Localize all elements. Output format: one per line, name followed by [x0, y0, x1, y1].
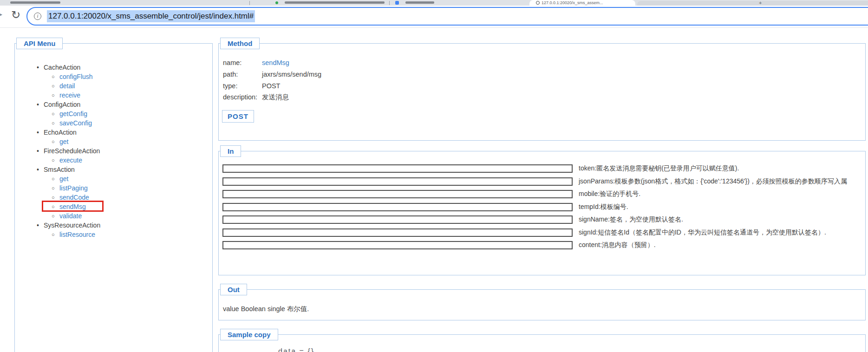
menu-group-SmsAction: •SmsAction [15, 165, 210, 174]
active-tab-title: 127.0.0.1:20020/x_sms_assem... [542, 0, 625, 5]
menu-item-saveConfig[interactable]: saveConfig [59, 119, 92, 127]
menu-group-label: SysResourceAction [44, 222, 100, 229]
menu-group-ConfigAction: •ConfigAction [15, 100, 210, 109]
in-param-row: token:匿名发送消息需要秘钥(已登录用户可以赋任意值). [222, 164, 739, 173]
blue-favicon-icon [395, 1, 399, 5]
in-param-label: signName:签名，为空使用默认签名. [579, 215, 683, 224]
menu-item-configFlush[interactable]: configFlush [59, 73, 93, 80]
menu-group-SysResourceAction: •SysResourceAction [15, 221, 210, 230]
token-input[interactable] [222, 164, 573, 173]
tab-title-fragment[interactable] [10, 1, 60, 4]
bullet-disc-icon: • [37, 147, 44, 155]
menu-item-get[interactable]: get [59, 175, 68, 183]
menu-item-row: ○sendMsg [15, 202, 210, 211]
signName-input[interactable] [222, 215, 573, 224]
tab-strip: 127.0.0.1:20020/x_sms_assem... + [0, 0, 868, 6]
menu-item-listResource[interactable]: listResource [59, 231, 95, 238]
in-param-label: jsonParams:模板参数(json格式，格式如：{'code':'1234… [579, 177, 847, 186]
bullet-circle-icon: ○ [52, 92, 59, 98]
bullet-disc-icon: • [37, 129, 44, 136]
method-row: name:sendMsg [223, 57, 321, 69]
bullet-circle-icon: ○ [52, 195, 59, 200]
bullet-circle-icon: ○ [52, 204, 59, 209]
method-row-label: description: [223, 93, 262, 101]
menu-item-execute[interactable]: execute [59, 156, 82, 164]
menu-item-row: ○configFlush [15, 72, 210, 81]
tempId-input[interactable] [222, 203, 573, 211]
new-tab-icon[interactable]: + [759, 0, 762, 6]
bullet-circle-icon: ○ [52, 176, 59, 182]
menu-item-row: ○listResource [15, 230, 210, 239]
method-row-value: jaxrs/sms/send/msg [262, 71, 321, 78]
out-panel: Out value Boolean single 布尔值. [218, 289, 866, 320]
bullet-circle-icon: ○ [52, 157, 59, 163]
mobile-input[interactable] [222, 190, 573, 198]
in-param-row: tempId:模板编号. [222, 203, 628, 211]
bullet-circle-icon: ○ [52, 213, 59, 219]
bullet-circle-icon: ○ [52, 185, 59, 191]
method-row-value: 发送消息 [262, 93, 289, 102]
forward-chevron-icon[interactable]: ▸ [0, 7, 2, 20]
reload-icon[interactable]: ↻ [11, 8, 20, 21]
in-param-row: signName:签名，为空使用默认签名. [222, 215, 683, 224]
signId-input[interactable] [222, 228, 573, 237]
menu-item-validate[interactable]: validate [59, 212, 82, 220]
menu-item-sendCode[interactable]: sendCode [59, 194, 89, 201]
tab-title-fragment[interactable] [405, 1, 434, 4]
menu-group-label: ConfigAction [44, 101, 80, 108]
menu-group-label: FireScheduleAction [44, 147, 100, 155]
api-menu-panel: API Menu •CacheAction○configFlush○detail… [14, 43, 213, 352]
globe-icon [536, 1, 540, 5]
menu-item-row: ○detail [15, 81, 210, 91]
page-info-icon[interactable]: i [34, 13, 41, 20]
in-param-row: jsonParams:模板参数(json格式，格式如：{'code':'1234… [222, 177, 847, 186]
jsonParams-input[interactable] [222, 177, 573, 186]
api-menu-list: •CacheAction○configFlush○detail○receive•… [15, 63, 210, 239]
method-row: type:POST [223, 80, 321, 91]
in-param-label: content:消息内容（预留）. [579, 241, 656, 249]
out-legend: Out [220, 284, 247, 295]
menu-item-row: ○getConfig [15, 109, 210, 118]
menu-group-label: CacheAction [44, 64, 80, 71]
method-row-label: path: [223, 71, 262, 78]
content-input[interactable] [222, 241, 573, 249]
menu-item-row: ○sendCode [15, 193, 210, 202]
menu-group-label: SmsAction [44, 166, 75, 173]
url-text[interactable]: 127.0.0.1:20020/x_sms_assemble_control/j… [47, 10, 255, 22]
menu-item-row: ○execute [15, 156, 210, 165]
menu-item-detail[interactable]: detail [59, 82, 75, 90]
bullet-circle-icon: ○ [52, 111, 59, 117]
active-tab[interactable]: 127.0.0.1:20020/x_sms_assem... [529, 0, 635, 6]
menu-item-get[interactable]: get [59, 138, 68, 145]
green-favicon-icon [275, 1, 278, 4]
tab-title-fragment[interactable] [285, 1, 385, 4]
method-row: path:jaxrs/sms/send/msg [223, 69, 321, 80]
tab-separator [249, 1, 250, 5]
menu-group-label: EchoAction [44, 129, 77, 136]
menu-item-receive[interactable]: receive [59, 91, 80, 99]
menu-item-row: ○listPaging [15, 183, 210, 193]
in-param-label: mobile:验证的手机号. [579, 190, 640, 198]
post-submit-button[interactable]: POST [222, 110, 254, 123]
bullet-disc-icon: • [37, 166, 44, 173]
in-legend: In [220, 145, 241, 157]
in-param-label: tempId:模板编号. [579, 203, 628, 211]
method-row-value[interactable]: sendMsg [262, 59, 289, 66]
menu-item-getConfig[interactable]: getConfig [59, 110, 87, 117]
in-param-label: token:匿名发送消息需要秘钥(已登录用户可以赋任意值). [579, 164, 739, 173]
method-row-value: POST [262, 82, 280, 90]
bullet-circle-icon: ○ [52, 74, 59, 79]
menu-item-listPaging[interactable]: listPaging [59, 184, 88, 192]
menu-group-CacheAction: •CacheAction [15, 63, 210, 72]
inactive-tab[interactable] [637, 1, 868, 6]
in-param-row: mobile:验证的手机号. [222, 190, 640, 198]
bullet-disc-icon: • [37, 222, 44, 229]
address-bar[interactable]: i 127.0.0.1:20020/x_sms_assemble_control… [26, 7, 868, 26]
menu-item-sendMsg[interactable]: sendMsg [59, 203, 86, 210]
api-menu-legend: API Menu [16, 38, 63, 49]
bullet-circle-icon: ○ [52, 139, 59, 144]
method-rows: name:sendMsgpath:jaxrs/sms/send/msgtype:… [223, 57, 321, 103]
bullet-circle-icon: ○ [52, 120, 59, 126]
method-panel: Method name:sendMsgpath:jaxrs/sms/send/m… [218, 43, 866, 141]
method-row-label: type: [223, 82, 262, 90]
